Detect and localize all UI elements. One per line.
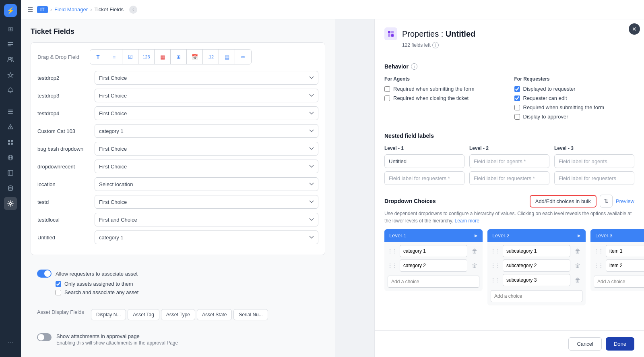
list-icon[interactable] <box>4 105 17 118</box>
drag-handle-icon[interactable]: ⋮⋮ <box>491 248 500 254</box>
apps-icon[interactable] <box>4 136 17 149</box>
level3-item1-input[interactable] <box>606 245 644 257</box>
globe-icon[interactable] <box>4 151 17 164</box>
home-icon[interactable]: ⊞ <box>4 23 17 35</box>
behavior-agents-title: For Agents <box>384 76 505 82</box>
asset-tab-display[interactable]: Display N... <box>91 309 126 320</box>
asset-tab-type[interactable]: Asset Type <box>161 309 195 320</box>
people-icon[interactable] <box>4 53 17 66</box>
add-edit-choices-button[interactable]: Add/Edit choices in bulk <box>530 195 597 208</box>
bell-icon[interactable] <box>4 84 17 97</box>
table-row: location Select location <box>37 177 318 191</box>
toolbar-icons: T ≡ ☑ 123 ▦ ⊞ 📅 .12 ▤ ✏ <box>90 49 252 64</box>
list-item: ⋮⋮ 🗑 <box>491 259 582 272</box>
level2-item2-input[interactable] <box>503 259 570 272</box>
sidebar: ⚡ ⊞ ⋯ <box>0 0 21 357</box>
preview-button[interactable]: Preview <box>616 198 634 204</box>
level1-col: Level-1 ⋮⋮ 🗑 ⋮⋮ 🗑 <box>384 229 483 305</box>
nested-level1-input2[interactable] <box>384 171 464 185</box>
field-select-testdlocal[interactable]: First and Choice <box>95 213 318 226</box>
grid-dots-icon[interactable]: ⋯ <box>4 336 17 349</box>
drag-handle-icon[interactable]: ⋮⋮ <box>388 248 397 254</box>
field-select-testdrop3[interactable]: First Choice <box>95 89 318 102</box>
level2-item1-delete[interactable]: 🗑 <box>573 246 582 256</box>
req-check4-input[interactable] <box>514 114 520 120</box>
field-select-dropdownrecent[interactable]: First Choice <box>95 160 318 173</box>
cancel-button[interactable]: Cancel <box>568 337 601 351</box>
nested-level3-input1[interactable] <box>554 154 634 168</box>
props-title-name: Untitled <box>446 29 475 38</box>
drag-handle-icon[interactable]: ⋮⋮ <box>491 277 500 283</box>
drag-handle-icon[interactable]: ⋮⋮ <box>594 248 603 254</box>
toolbar-cal-btn[interactable]: 📅 <box>187 50 203 64</box>
field-select-testd[interactable]: First Choice <box>95 195 318 209</box>
behavior-agent-check1: Required when submitting the form <box>384 86 505 92</box>
toolbar-edit-btn[interactable]: ✏ <box>235 50 251 64</box>
field-select-testdrop4[interactable]: First Choice <box>95 106 318 120</box>
toolbar-check-btn[interactable]: ☑ <box>122 50 138 64</box>
toolbar-num-btn[interactable]: 123 <box>138 50 155 64</box>
asset-tab-state[interactable]: Asset State <box>197 309 232 320</box>
drag-handle-icon[interactable]: ⋮⋮ <box>594 263 603 268</box>
level1-add-choice[interactable] <box>388 276 479 288</box>
toolbar-grid-btn[interactable]: ⊞ <box>171 50 187 64</box>
field-select-custom-cat[interactable]: category 1 <box>95 124 318 138</box>
nested-level1-input1[interactable] <box>384 154 464 168</box>
nested-level2-title: Level - 2 <box>469 145 549 151</box>
asset-associate-toggle[interactable] <box>37 270 52 278</box>
behavior-requesters-title: For Requesters <box>514 76 635 82</box>
level2-item2-delete[interactable]: 🗑 <box>573 261 582 270</box>
breadcrumb: IT › Field Manager › Ticket Fields <box>37 6 124 13</box>
star-icon[interactable] <box>4 68 17 81</box>
nested-level2-input1[interactable] <box>469 154 549 168</box>
drag-handle-icon[interactable]: ⋮⋮ <box>388 263 397 268</box>
attachments-toggle[interactable] <box>37 333 52 341</box>
field-select-location[interactable]: Select location <box>95 177 318 191</box>
level3-add-choice[interactable] <box>594 276 644 288</box>
book-icon[interactable] <box>4 166 17 179</box>
level2-item1-input[interactable] <box>503 245 570 257</box>
breadcrumb-field-manager[interactable]: Field Manager <box>54 6 88 12</box>
fields-info-icon[interactable]: i <box>432 42 439 48</box>
asset-tab-serial[interactable]: Serial Nu... <box>233 309 268 320</box>
database-icon[interactable] <box>4 182 17 195</box>
toolbar-table-btn[interactable]: ▦ <box>155 50 171 64</box>
sort-icon-button[interactable]: ⇅ <box>600 195 613 208</box>
field-select-testdrop2[interactable]: First Choice <box>95 71 318 85</box>
level1-item1-delete[interactable]: 🗑 <box>470 246 479 256</box>
done-button[interactable]: Done <box>606 337 634 351</box>
ticket-icon[interactable] <box>4 38 17 51</box>
level1-item1-input[interactable] <box>400 245 467 257</box>
settings-icon[interactable] <box>4 197 17 210</box>
field-select-bug-bash[interactable]: First Choice <box>95 142 318 156</box>
close-button[interactable]: ✕ <box>629 23 640 35</box>
asset-tab-tag[interactable]: Asset Tag <box>128 309 159 320</box>
req-check3-input[interactable] <box>514 105 520 110</box>
toolbar-text-btn[interactable]: T <box>90 50 106 64</box>
agent-check1-input[interactable] <box>384 86 390 92</box>
agent-check2-input[interactable] <box>384 95 390 101</box>
req-check2-input[interactable] <box>514 95 520 101</box>
level1-item2-input[interactable] <box>400 259 467 272</box>
collapse-button[interactable]: ‹ <box>129 6 137 14</box>
warning-icon[interactable] <box>4 120 17 133</box>
menu-icon[interactable]: ☰ <box>27 6 33 13</box>
learn-more-link[interactable]: Learn more <box>455 218 479 224</box>
asset-check1[interactable] <box>56 281 61 287</box>
nested-level3-input2[interactable] <box>554 171 634 185</box>
field-select-untitled[interactable]: category 1 <box>95 230 318 244</box>
toolbar-lines-btn[interactable]: ▤ <box>219 50 235 64</box>
behavior-info-icon[interactable]: i <box>411 63 417 70</box>
req-check1-input[interactable] <box>514 86 520 92</box>
level2-item3-delete[interactable]: 🗑 <box>573 275 582 285</box>
level1-item2-delete[interactable]: 🗑 <box>470 261 479 270</box>
level2-add-choice[interactable] <box>491 290 582 302</box>
toolbar-decimal-btn[interactable]: .12 <box>203 50 219 64</box>
nested-level2-input2[interactable] <box>469 171 549 185</box>
level2-item3-input[interactable] <box>503 274 570 286</box>
field-toolbar: Drag & Drop Field T ≡ ☑ 123 ▦ ⊞ 📅 .12 ▤ … <box>37 49 318 64</box>
asset-check2[interactable] <box>56 290 61 295</box>
toolbar-align-btn[interactable]: ≡ <box>106 50 122 64</box>
drag-handle-icon[interactable]: ⋮⋮ <box>491 263 500 268</box>
level3-item2-input[interactable] <box>606 259 644 272</box>
